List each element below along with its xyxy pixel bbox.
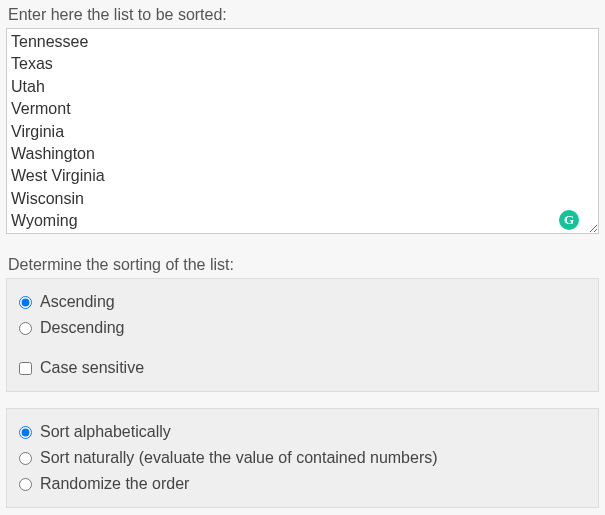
sort-options-label: Determine the sorting of the list: xyxy=(8,256,599,274)
sort-natural-option[interactable]: Sort naturally (evaluate the value of co… xyxy=(19,445,586,471)
input-list-label: Enter here the list to be sorted: xyxy=(8,6,599,24)
sort-alpha-label: Sort alphabetically xyxy=(40,423,171,441)
ascending-radio[interactable] xyxy=(19,296,32,309)
sort-random-label: Randomize the order xyxy=(40,475,189,493)
sort-alpha-radio[interactable] xyxy=(19,426,32,439)
descending-radio[interactable] xyxy=(19,322,32,335)
sort-natural-label: Sort naturally (evaluate the value of co… xyxy=(40,449,438,467)
grammarly-icon[interactable]: G xyxy=(559,210,579,230)
case-sensitive-option[interactable]: Case sensitive xyxy=(19,355,586,381)
direction-panel: Ascending Descending Case sensitive xyxy=(6,278,599,392)
sort-random-radio[interactable] xyxy=(19,478,32,491)
case-sensitive-checkbox[interactable] xyxy=(19,362,32,375)
descending-option[interactable]: Descending xyxy=(19,315,586,341)
ascending-label: Ascending xyxy=(40,293,115,311)
sort-random-option[interactable]: Randomize the order xyxy=(19,471,586,497)
case-sensitive-label: Case sensitive xyxy=(40,359,144,377)
textarea-container: G xyxy=(6,28,599,238)
sort-natural-radio[interactable] xyxy=(19,452,32,465)
list-input[interactable] xyxy=(6,28,599,234)
method-panel: Sort alphabetically Sort naturally (eval… xyxy=(6,408,599,508)
descending-label: Descending xyxy=(40,319,125,337)
sort-alpha-option[interactable]: Sort alphabetically xyxy=(19,419,586,445)
ascending-option[interactable]: Ascending xyxy=(19,289,586,315)
